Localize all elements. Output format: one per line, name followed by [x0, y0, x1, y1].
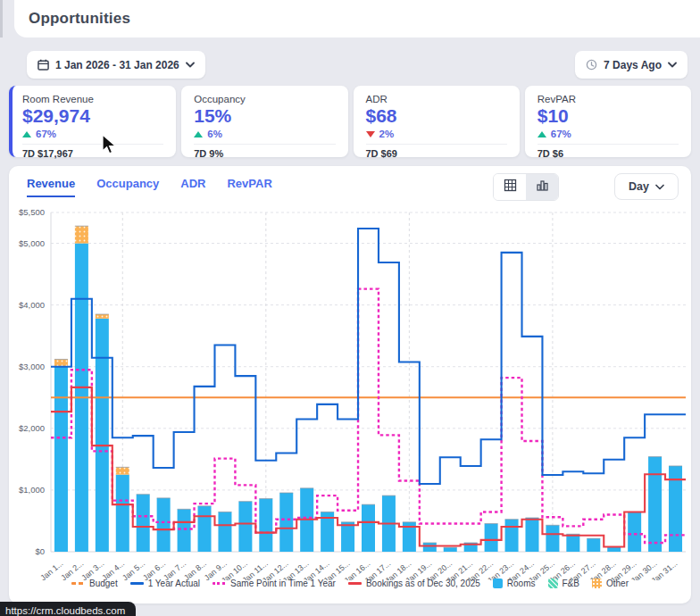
kpi-card-room-revenue[interactable]: Room Revenue $29,974 67% 7D $17,967 — [9, 86, 176, 157]
granularity-dropdown[interactable]: Day — [614, 173, 679, 200]
trend-triangle-icon — [194, 131, 203, 137]
divider — [366, 144, 507, 145]
compare-period-label: 7 Days Ago — [604, 59, 662, 71]
tab-occupancy[interactable]: Occupancy — [96, 177, 159, 197]
compare-period-dropdown[interactable]: 7 Days Ago — [575, 51, 688, 79]
legend-item-rooms[interactable]: Rooms — [493, 579, 536, 588]
legend-label: Other — [606, 579, 629, 588]
view-toggle-group — [493, 173, 559, 201]
kpi-value: 15% — [194, 105, 335, 127]
bar-rooms[interactable] — [444, 547, 457, 552]
legend-item-bookings-as-of-dec-30-2025[interactable]: Bookings as of Dec 30, 2025 — [348, 579, 480, 588]
bar-rooms[interactable] — [648, 457, 662, 552]
bar-rooms[interactable] — [485, 524, 498, 552]
bar-rooms[interactable] — [525, 518, 538, 552]
line-1-year-actual — [51, 229, 686, 484]
legend-swatch — [493, 579, 503, 588]
kpi-card-occupancy[interactable]: Occupancy 15% 6% 7D 9% — [181, 86, 347, 157]
divider — [538, 144, 679, 145]
chart-canvas: $0$1,000$2,000$3,000$4,000$5,000$5,500Ja… — [11, 207, 689, 580]
chevron-down-icon — [668, 62, 677, 68]
legend-item-f-b[interactable]: F&B — [548, 579, 579, 588]
bar-rooms[interactable] — [137, 495, 150, 552]
chart-legend: Budget1 Year ActualSame Point in Time 1 … — [9, 579, 691, 588]
bar-rooms[interactable] — [178, 509, 191, 552]
chevron-down-icon — [655, 184, 664, 190]
bar-rooms[interactable] — [423, 543, 437, 552]
bar-rooms[interactable] — [96, 319, 109, 552]
trend-triangle-icon — [22, 131, 31, 137]
bar-chart-view-icon — [536, 179, 549, 196]
divider — [194, 144, 335, 145]
bar-rooms[interactable] — [238, 502, 252, 552]
legend-label: 1 Year Actual — [148, 579, 200, 588]
legend-swatch — [212, 582, 226, 585]
kpi-label: Occupancy — [194, 94, 335, 104]
chevron-down-icon — [186, 62, 195, 68]
bar-rooms[interactable] — [279, 493, 293, 552]
bar-other[interactable] — [116, 467, 129, 474]
bar-other[interactable] — [75, 226, 88, 243]
legend-swatch — [348, 582, 362, 585]
legend-item-1-year-actual[interactable]: 1 Year Actual — [130, 579, 200, 588]
kpi-value: $68 — [366, 105, 507, 127]
kpi-card-adr[interactable]: ADR $68 2% 7D $69 — [354, 86, 520, 157]
kpi-delta: 67% — [22, 129, 163, 139]
bar-rooms[interactable] — [362, 504, 375, 552]
trend-triangle-icon — [366, 131, 375, 137]
kpi-label: Room Revenue — [22, 94, 163, 104]
bar-rooms[interactable] — [218, 512, 231, 552]
trend-triangle-icon — [538, 131, 546, 137]
bar-rooms[interactable] — [505, 520, 519, 552]
tab-revenue[interactable]: Revenue — [27, 177, 75, 197]
legend-item-other[interactable]: Other — [592, 579, 629, 588]
link-status-bar: https://crm.cloudbeds.com — [0, 602, 136, 616]
kpi-delta: 6% — [194, 129, 335, 139]
kpi-footer: 7D 9% — [194, 148, 335, 159]
legend-item-same-point-in-time-1-year[interactable]: Same Point in Time 1 Year — [212, 579, 336, 588]
chart-view-button[interactable] — [526, 174, 558, 200]
legend-label: Same Point in Time 1 Year — [230, 579, 336, 588]
legend-label: F&B — [562, 579, 579, 588]
kpi-value: $29,974 — [22, 105, 163, 127]
legend-swatch — [548, 579, 558, 588]
bar-other[interactable] — [96, 314, 109, 319]
status-url: https://crm.cloudbeds.com — [5, 605, 125, 616]
page: { "header": { "title": "Opportunities" }… — [0, 0, 700, 616]
bar-rooms[interactable] — [566, 534, 579, 552]
bar-rooms[interactable] — [341, 522, 354, 552]
app-header: Opportunities — [14, 0, 700, 37]
bar-rooms[interactable] — [259, 499, 272, 552]
page-title: Opportunities — [29, 10, 130, 28]
kpi-footer: 7D $6 — [538, 148, 679, 159]
y-axis-tick-label: $0 — [35, 546, 45, 556]
tab-revpar[interactable]: RevPAR — [227, 177, 271, 197]
y-axis-tick-label: $1,000 — [19, 485, 45, 495]
table-view-icon — [504, 179, 517, 196]
bar-rooms[interactable] — [54, 367, 68, 552]
kpi-card-revpar[interactable]: RevPAR $10 67% 7D $6 — [525, 86, 691, 157]
bar-rooms[interactable] — [157, 498, 171, 552]
chart-panel: Revenue Occupancy ADR RevPAR Day $0$1,00… — [9, 166, 691, 604]
bar-rooms[interactable] — [546, 525, 559, 552]
bar-rooms[interactable] — [628, 512, 641, 552]
date-range-picker[interactable]: 1 Jan 2026 - 31 Jan 2026 — [27, 51, 205, 79]
legend-swatch — [592, 579, 602, 588]
divider — [22, 144, 163, 145]
table-view-button[interactable] — [494, 174, 526, 200]
bar-rooms[interactable] — [587, 538, 600, 552]
bar-other[interactable] — [54, 359, 68, 366]
kpi-footer: 7D $69 — [366, 148, 507, 159]
kpi-label: RevPAR — [538, 94, 679, 104]
revenue-chart: $0$1,000$2,000$3,000$4,000$5,000$5,500Ja… — [11, 207, 689, 584]
legend-item-budget[interactable]: Budget — [71, 579, 118, 588]
y-axis-tick-label: $3,000 — [19, 362, 45, 371]
bar-rooms[interactable] — [198, 506, 212, 552]
legend-label: Bookings as of Dec 30, 2025 — [366, 579, 480, 588]
tab-adr[interactable]: ADR — [180, 177, 205, 197]
y-axis-tick-label: $4,000 — [19, 300, 45, 310]
kpi-delta: 2% — [366, 129, 507, 139]
kpi-footer: 7D $17,967 — [22, 148, 163, 159]
bar-rooms[interactable] — [116, 475, 129, 552]
legend-label: Rooms — [507, 579, 536, 588]
